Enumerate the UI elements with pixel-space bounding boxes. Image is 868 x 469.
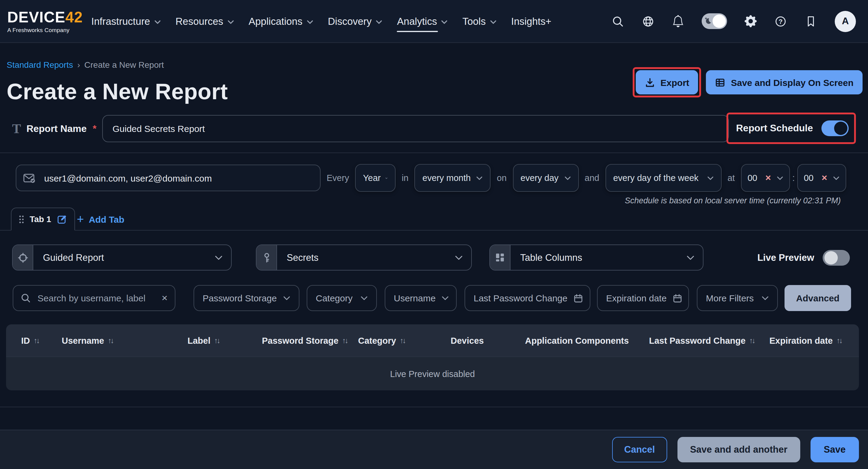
search-icon[interactable]: [612, 15, 624, 28]
top-navbar: DEVICE42 A Freshworks Company Infrastruc…: [0, 0, 868, 43]
nav-item-discovery[interactable]: Discovery: [328, 0, 382, 43]
live-preview-control: Live Preview: [757, 244, 850, 270]
divider: [0, 152, 868, 153]
column-header-expiration-date[interactable]: Expiration date↑↓: [769, 335, 842, 345]
save-button[interactable]: Save: [810, 437, 859, 462]
add-tab-button[interactable]: Add Tab: [77, 208, 124, 231]
calendar-icon: [673, 293, 682, 303]
minute-select[interactable]: 00: [797, 164, 846, 192]
table-header: ID↑↓ Username↑↓ Label↑↓ Password Storage…: [6, 324, 859, 356]
drag-handle-icon[interactable]: [19, 214, 24, 224]
export-button[interactable]: Export: [636, 70, 698, 94]
column-header-devices: Devices: [451, 335, 525, 345]
every-label: Every: [327, 173, 349, 183]
column-header-username[interactable]: Username↑↓: [62, 335, 187, 345]
device42-logo[interactable]: DEVICE42 A Freshworks Company: [7, 10, 83, 33]
sort-icon[interactable]: ↑↓: [749, 336, 754, 345]
chevron-down-icon: [227, 20, 234, 24]
cancel-button[interactable]: Cancel: [612, 437, 667, 462]
last-password-change-filter[interactable]: Last Password Change: [465, 285, 590, 311]
help-icon[interactable]: ?: [774, 15, 787, 28]
nav-item-analytics[interactable]: Analytics: [397, 0, 448, 43]
filters-row: Password Storage Category Username Last …: [13, 285, 851, 311]
search-input[interactable]: [36, 292, 156, 304]
report-schedule-annotation-box: Report Schedule: [726, 113, 856, 144]
clear-search-icon[interactable]: [161, 292, 167, 304]
day-select[interactable]: every day: [513, 164, 579, 192]
logo-subtitle: A Freshworks Company: [7, 27, 83, 33]
breadcrumb-current: Create a New Report: [84, 60, 164, 69]
report-name-label: Report Name *: [12, 121, 102, 137]
settings-icon[interactable]: [745, 15, 757, 27]
frequency-select[interactable]: Year: [355, 164, 396, 192]
save-add-another-button[interactable]: Save and add another: [677, 437, 800, 462]
column-header-label[interactable]: Label↑↓: [187, 335, 262, 345]
report-name-input[interactable]: [102, 115, 729, 142]
column-header-password-storage[interactable]: Password Storage↑↓: [262, 335, 358, 345]
theme-toggle[interactable]: [702, 13, 727, 29]
column-header-id[interactable]: ID↑↓: [21, 335, 62, 345]
breadcrumb: Standard Reports › Create a New Report: [7, 60, 164, 69]
columns-select[interactable]: Table Columns: [489, 244, 704, 270]
weekday-select[interactable]: every day of the week: [605, 164, 721, 192]
category-filter[interactable]: Category: [307, 285, 377, 311]
report-name-row: Report Name * Report Schedule: [0, 115, 868, 142]
footer-bar: Cancel Save and add another Save: [0, 430, 868, 469]
sort-icon[interactable]: ↑↓: [34, 336, 39, 345]
report-schedule-label: Report Schedule: [736, 123, 813, 134]
chevron-down-icon: [833, 176, 840, 180]
svg-text:?: ?: [778, 18, 782, 25]
sort-icon[interactable]: ↑↓: [108, 336, 113, 345]
hour-select[interactable]: 00: [741, 164, 790, 192]
notifications-icon[interactable]: [672, 15, 684, 27]
report-type-select[interactable]: Guided Report: [12, 244, 232, 270]
clear-minute-icon[interactable]: [822, 173, 827, 183]
object-type-select[interactable]: Secrets: [256, 244, 472, 270]
save-display-button[interactable]: Save and Display On Screen: [706, 70, 863, 94]
text-icon: [12, 121, 21, 137]
sort-icon[interactable]: ↑↓: [837, 336, 842, 345]
month-select[interactable]: every month: [415, 164, 491, 192]
chevron-down-icon: [215, 255, 223, 260]
time-colon: :: [793, 173, 795, 183]
column-header-last-password-change[interactable]: Last Password Change↑↓: [649, 335, 769, 345]
nav-item-infrastructure[interactable]: Infrastructure: [91, 0, 161, 43]
divider: [0, 407, 868, 407]
column-header-application-components: Application Components: [525, 335, 649, 345]
header-actions: Export Save and Display On Screen: [633, 67, 863, 97]
advanced-button[interactable]: Advanced: [784, 285, 851, 311]
expiration-date-filter[interactable]: Expiration date: [597, 285, 689, 311]
username-filter[interactable]: Username: [385, 285, 457, 311]
chevron-down-icon: [707, 176, 713, 180]
more-filters[interactable]: More Filters: [697, 285, 778, 311]
schedule-note: Schedule is based on local server time (…: [625, 196, 841, 205]
schedule-row: Every Year in every month on every day a…: [16, 164, 846, 192]
live-preview-toggle[interactable]: [823, 250, 850, 265]
schedule-emails-input[interactable]: [43, 172, 313, 184]
create-report-page: DEVICE42 A Freshworks Company Infrastruc…: [0, 0, 868, 469]
key-icon: [256, 245, 277, 270]
sort-icon[interactable]: ↑↓: [342, 336, 347, 345]
sort-icon[interactable]: ↑↓: [400, 336, 405, 345]
toggle-knob: [834, 122, 847, 135]
in-label: in: [402, 173, 409, 183]
sort-icon[interactable]: ↑↓: [214, 336, 219, 345]
tab-1[interactable]: Tab 1: [11, 208, 75, 231]
calendar-icon: [574, 293, 583, 303]
nav-item-resources[interactable]: Resources: [176, 0, 234, 43]
globe-icon[interactable]: [642, 15, 654, 28]
breadcrumb-link[interactable]: Standard Reports: [7, 60, 73, 69]
chevron-down-icon: [307, 20, 313, 24]
nav-item-insights[interactable]: Insights+: [511, 0, 551, 43]
clear-hour-icon[interactable]: [765, 173, 771, 183]
avatar[interactable]: A: [835, 10, 856, 32]
report-schedule-toggle[interactable]: [822, 120, 849, 136]
nav-item-tools[interactable]: Tools: [462, 0, 497, 43]
nav-item-applications[interactable]: Applications: [249, 0, 313, 43]
and-label: and: [585, 173, 599, 183]
bookmark-icon[interactable]: [805, 15, 817, 28]
password-storage-filter[interactable]: Password Storage: [193, 285, 300, 311]
search-icon: [21, 293, 31, 303]
column-header-category[interactable]: Category↑↓: [358, 335, 451, 345]
edit-icon[interactable]: [57, 214, 67, 224]
